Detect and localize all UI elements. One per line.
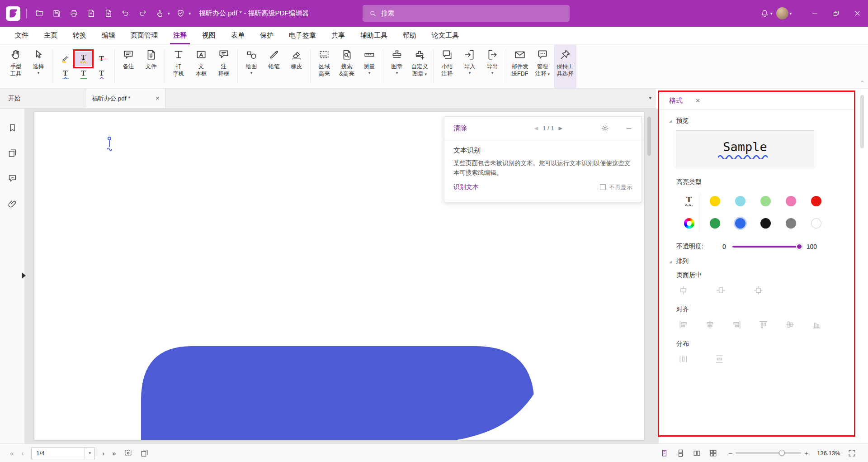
- stamp-tool[interactable]: 图章▾: [386, 45, 408, 88]
- file-attachment-tool[interactable]: 文件: [140, 45, 162, 88]
- snapshot-icon[interactable]: [124, 449, 132, 457]
- color-swatch[interactable]: [811, 218, 821, 229]
- callout-tool[interactable]: 注释框: [212, 45, 235, 88]
- bell-caret-icon[interactable]: ▾: [770, 11, 773, 16]
- color-swatch[interactable]: [760, 218, 771, 229]
- opacity-slider-knob[interactable]: [796, 243, 802, 250]
- collapse-ribbon-icon[interactable]: [859, 78, 866, 85]
- clear-link[interactable]: 清除: [453, 124, 467, 133]
- redo-icon[interactable]: [135, 6, 150, 21]
- squiggly-underline-tool[interactable]: T: [75, 52, 92, 66]
- color-swatch[interactable]: [710, 218, 720, 229]
- center-vertical-icon[interactable]: [716, 285, 726, 295]
- import-tool[interactable]: 导入▾: [458, 45, 481, 88]
- strikeout-tool[interactable]: T: [93, 52, 110, 66]
- fullscreen-icon[interactable]: [848, 449, 856, 457]
- next-page-icon[interactable]: ›: [102, 449, 104, 457]
- color-swatch[interactable]: [710, 196, 720, 206]
- color-swatch[interactable]: [735, 196, 745, 206]
- align-right-icon[interactable]: [731, 319, 742, 330]
- menu-tab-转换[interactable]: 转换: [65, 27, 94, 44]
- drawing-tool[interactable]: 绘图▾: [240, 45, 263, 88]
- menu-tab-电子签章[interactable]: 电子签章: [281, 27, 324, 44]
- zoom-in-icon[interactable]: +: [804, 449, 808, 457]
- email-fdf-tool[interactable]: 邮件发送FDF: [509, 45, 531, 88]
- recognize-text-link[interactable]: 识别文本: [453, 183, 479, 191]
- tab-list-caret-icon[interactable]: ▾: [649, 95, 651, 101]
- tab-start[interactable]: 开始: [0, 89, 84, 108]
- menu-tab-文件[interactable]: 文件: [7, 27, 36, 44]
- distribute-h-icon[interactable]: [678, 354, 689, 364]
- dont-show-checkbox[interactable]: [600, 184, 606, 190]
- account-avatar[interactable]: [773, 6, 791, 21]
- page-number-input[interactable]: 1/4 ▾: [31, 447, 95, 459]
- clipboard-icon[interactable]: [140, 449, 149, 457]
- dropdown-caret-icon[interactable]: ▾: [38, 71, 40, 75]
- menu-tab-共享[interactable]: 共享: [324, 27, 353, 44]
- collapse-bar-icon[interactable]: ─: [625, 124, 632, 132]
- menu-tab-保护[interactable]: 保护: [252, 27, 281, 44]
- scrollbar-thumb[interactable]: [647, 117, 651, 156]
- view-facing-icon[interactable]: [693, 449, 701, 457]
- color-wheel-icon[interactable]: [677, 218, 701, 229]
- highlight-tool[interactable]: [57, 52, 74, 66]
- undo-icon[interactable]: [118, 6, 132, 21]
- menu-tab-论文工具[interactable]: 论文工具: [424, 27, 467, 44]
- foxit-logo-icon[interactable]: [5, 6, 21, 21]
- typewriter-tool[interactable]: 打字机: [167, 45, 190, 88]
- view-continuous-icon[interactable]: [676, 449, 685, 457]
- align-top-icon[interactable]: [758, 319, 769, 330]
- zoom-percentage[interactable]: 136.13%: [816, 450, 841, 457]
- replace-text-tool[interactable]: T: [57, 67, 74, 82]
- distribute-v-icon[interactable]: [714, 354, 725, 364]
- first-page-icon[interactable]: «: [10, 449, 14, 457]
- page-dropdown-caret-icon[interactable]: ▾: [85, 448, 94, 459]
- select-tool[interactable]: 选择▾: [27, 45, 50, 88]
- print-icon[interactable]: [66, 6, 81, 21]
- export-tool[interactable]: 导出▾: [481, 45, 504, 88]
- next-message-icon[interactable]: ▶: [559, 125, 562, 131]
- zoom-slider-knob[interactable]: [779, 450, 785, 456]
- hand-tool[interactable]: 手型工具: [5, 45, 27, 88]
- dropdown-caret-icon[interactable]: ▾: [250, 71, 253, 75]
- minimize-button[interactable]: [804, 0, 826, 27]
- bookmarks-panel-icon[interactable]: [8, 123, 17, 133]
- expand-panel-handle[interactable]: [22, 272, 26, 279]
- menu-tab-主页[interactable]: 主页: [36, 27, 65, 44]
- menu-tab-视图[interactable]: 视图: [194, 27, 223, 44]
- color-swatch[interactable]: [786, 218, 796, 229]
- close-button[interactable]: [847, 0, 868, 27]
- menu-tab-辅助工具[interactable]: 辅助工具: [353, 27, 395, 44]
- align-center-h-icon[interactable]: [705, 319, 715, 330]
- opacity-slider[interactable]: [732, 246, 800, 248]
- save-icon[interactable]: [49, 6, 64, 21]
- dont-show-again[interactable]: 不再显示: [600, 183, 632, 191]
- color-swatch[interactable]: [760, 196, 771, 206]
- color-swatch[interactable]: [811, 196, 821, 206]
- dropdown-caret-icon[interactable]: ▾: [491, 71, 494, 75]
- menu-tab-帮助[interactable]: 帮助: [395, 27, 424, 44]
- document-scrollbar[interactable]: [646, 112, 652, 440]
- align-left-icon[interactable]: [678, 319, 689, 330]
- close-panel-icon[interactable]: ✕: [695, 97, 700, 104]
- touch-mode-icon[interactable]: [152, 6, 167, 21]
- close-tab-icon[interactable]: ✕: [156, 95, 160, 101]
- zoom-out-icon[interactable]: −: [728, 449, 732, 457]
- menu-tab-页面管理[interactable]: 页面管理: [123, 27, 165, 44]
- summary-comments-tool[interactable]: 小结注释: [436, 45, 458, 88]
- settings-gear-icon[interactable]: [601, 124, 609, 132]
- manage-comments-tool[interactable]: 管理注释 ▾: [531, 45, 554, 88]
- protect-icon[interactable]: [174, 6, 188, 21]
- menu-tab-注释[interactable]: 注释: [165, 27, 194, 44]
- insert-text-tool[interactable]: T: [93, 67, 110, 82]
- measure-tool[interactable]: 测量▾: [358, 45, 381, 88]
- export-document-icon[interactable]: [84, 6, 98, 21]
- align-bottom-icon[interactable]: [811, 319, 822, 330]
- last-page-icon[interactable]: »: [112, 449, 116, 457]
- prev-message-icon[interactable]: ◀: [534, 125, 538, 131]
- dropdown-caret-icon[interactable]: ▾: [396, 71, 398, 75]
- arrange-section-header[interactable]: ◢ 排列: [669, 257, 854, 266]
- search-highlight-tool[interactable]: 搜索&高亮: [335, 45, 358, 88]
- dropdown-caret-icon[interactable]: ▾: [368, 71, 371, 75]
- tab-active-document[interactable]: 福昕办公.pdf * ✕: [86, 89, 165, 108]
